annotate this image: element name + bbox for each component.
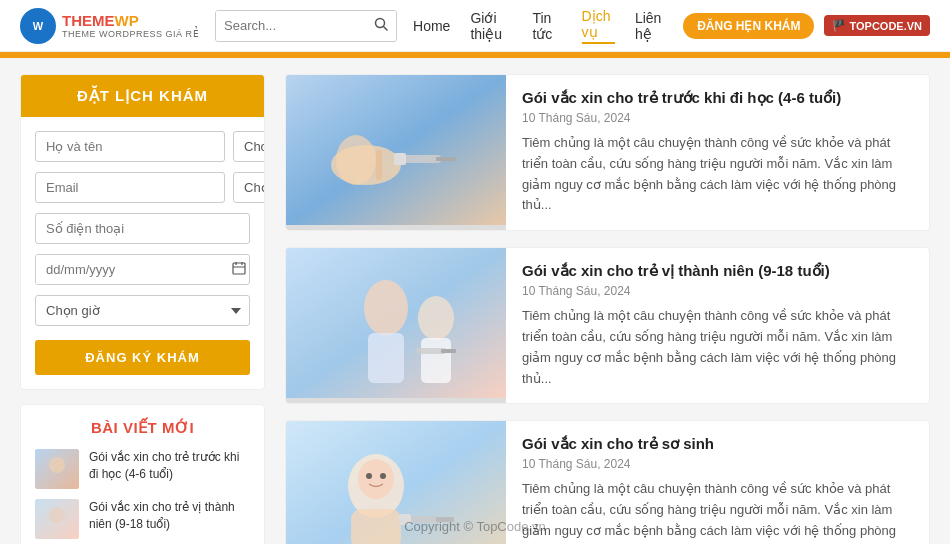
- svg-rect-33: [351, 509, 401, 544]
- recent-post-thumb-2: [35, 499, 79, 539]
- booking-form-title: ĐẶT LỊCH KHÁM: [21, 75, 264, 117]
- logo-icon: W: [20, 8, 56, 44]
- date-row: [35, 254, 250, 285]
- search-bar: [215, 10, 397, 42]
- article-body-3: Gói vắc xin cho trẻ sơ sinh 10 Tháng Sáu…: [506, 421, 929, 544]
- flag-icon: 🏴: [832, 19, 846, 32]
- content-area: Gói vắc xin cho trẻ trước khi đi học (4-…: [285, 74, 930, 544]
- nav-about[interactable]: Giới thiệu: [470, 10, 512, 42]
- svg-text:W: W: [33, 20, 44, 32]
- svg-rect-16: [376, 150, 382, 180]
- booking-form: ĐẶT LỊCH KHÁM Chon bác Chọn dịch vụ: [20, 74, 265, 390]
- logo-subtitle: THEME WORDPRESS GIÁ RẺ: [62, 29, 199, 39]
- article-title-2[interactable]: Gói vắc xin cho trẻ vị thành niên (9-18 …: [522, 262, 913, 280]
- article-title-3[interactable]: Gói vắc xin cho trẻ sơ sinh: [522, 435, 913, 453]
- svg-rect-18: [436, 157, 456, 161]
- nav-services[interactable]: Dịch vụ: [582, 8, 615, 44]
- header: W THEMEWP THEME WORDPRESS GIÁ RẺ Home Gi…: [0, 0, 950, 52]
- article-thumb-3: [286, 421, 506, 544]
- chon-dich-vu-select[interactable]: Chọn dịch vụ: [233, 172, 265, 203]
- article-card-3: Gói vắc xin cho trẻ sơ sinh 10 Tháng Sáu…: [285, 420, 930, 544]
- article-card-2: Gói vắc xin cho trẻ vị thành niên (9-18 …: [285, 247, 930, 404]
- ho-ten-input[interactable]: [35, 131, 225, 162]
- svg-point-32: [380, 473, 386, 479]
- email-input[interactable]: [35, 172, 225, 203]
- article-date-3: 10 Tháng Sáu, 2024: [522, 457, 913, 471]
- date-input[interactable]: [36, 255, 224, 284]
- article-date-1: 10 Tháng Sáu, 2024: [522, 111, 913, 125]
- recent-post-item-2: Gói vắc xin cho trẻ vị thành niên (9-18 …: [35, 499, 250, 539]
- nav-contact[interactable]: Liên hệ: [635, 10, 667, 42]
- chon-bac-si-select[interactable]: Chon bác: [233, 131, 265, 162]
- svg-rect-25: [421, 338, 451, 383]
- svg-rect-23: [368, 333, 404, 383]
- nav-home[interactable]: Home: [413, 18, 450, 34]
- svg-rect-34: [406, 516, 441, 523]
- recent-post-item: Gói vắc xin cho trẻ trước khi đi học (4-…: [35, 449, 250, 489]
- topcode-badge: 🏴 TOPCODE.VN: [824, 15, 930, 36]
- logo-brand: THEMEWP: [62, 12, 199, 29]
- chon-gio-select[interactable]: Chọn giờ: [35, 295, 250, 326]
- svg-rect-27: [441, 349, 456, 353]
- svg-point-30: [358, 459, 394, 499]
- recent-post-text-2[interactable]: Gói vắc xin cho trẻ vị thành niên (9-18 …: [89, 499, 250, 533]
- submit-button[interactable]: ĐĂNG KÝ KHÁM: [35, 340, 250, 375]
- svg-rect-17: [401, 155, 441, 163]
- svg-point-20: [336, 135, 376, 185]
- svg-point-24: [418, 296, 454, 340]
- header-right: ĐĂNG HẸN KHÁM 🏴 TOPCODE.VN: [683, 13, 930, 39]
- svg-rect-19: [394, 153, 406, 165]
- main-layout: ĐẶT LỊCH KHÁM Chon bác Chọn dịch vụ: [0, 58, 950, 544]
- svg-rect-36: [399, 514, 411, 525]
- sdt-input[interactable]: [35, 213, 250, 244]
- main-nav: Home Giới thiệu Tin tức Dịch vụ Liên hệ: [413, 8, 667, 44]
- svg-point-22: [364, 280, 408, 336]
- logo: W THEMEWP THEME WORDPRESS GIÁ RẺ: [20, 8, 199, 44]
- recent-post-text-1[interactable]: Gói vắc xin cho trẻ trước khi đi học (4-…: [89, 449, 250, 483]
- form-body: Chon bác Chọn dịch vụ: [21, 117, 264, 389]
- form-row-name-doctor: Chon bác: [35, 131, 250, 162]
- article-body-2: Gói vắc xin cho trẻ vị thành niên (9-18 …: [506, 248, 929, 403]
- recent-posts: BÀI VIẾT MỚI Gói vắc xin cho trẻ trước k…: [20, 404, 265, 544]
- svg-rect-14: [286, 75, 506, 225]
- search-button[interactable]: [366, 11, 396, 41]
- article-body-1: Gói vắc xin cho trẻ trước khi đi học (4-…: [506, 75, 929, 230]
- calendar-icon: [224, 261, 250, 278]
- nav-news[interactable]: Tin tức: [532, 10, 561, 42]
- article-thumb-2: [286, 248, 506, 403]
- svg-rect-35: [436, 517, 454, 522]
- recent-post-thumb-1: [35, 449, 79, 489]
- article-excerpt-3: Tiêm chủng là một câu chuyện thành công …: [522, 479, 913, 544]
- sidebar: ĐẶT LỊCH KHÁM Chon bác Chọn dịch vụ: [20, 74, 265, 544]
- article-card-1: Gói vắc xin cho trẻ trước khi đi học (4-…: [285, 74, 930, 231]
- logo-text: THEMEWP THEME WORDPRESS GIÁ RẺ: [62, 12, 199, 39]
- article-excerpt-1: Tiêm chủng là một câu chuyện thành công …: [522, 133, 913, 216]
- svg-point-11: [49, 507, 65, 523]
- svg-point-31: [366, 473, 372, 479]
- svg-line-3: [384, 27, 388, 31]
- svg-rect-4: [233, 263, 245, 274]
- form-row-email-service: Chọn dịch vụ: [35, 172, 250, 203]
- article-date-2: 10 Tháng Sáu, 2024: [522, 284, 913, 298]
- recent-posts-title: BÀI VIẾT MỚI: [35, 419, 250, 437]
- article-title-1[interactable]: Gói vắc xin cho trẻ trước khi đi học (4-…: [522, 89, 913, 107]
- register-button[interactable]: ĐĂNG HẸN KHÁM: [683, 13, 814, 39]
- article-excerpt-2: Tiêm chủng là một câu chuyện thành công …: [522, 306, 913, 389]
- search-input[interactable]: [216, 11, 366, 41]
- article-thumb-1: [286, 75, 506, 230]
- svg-point-9: [49, 457, 65, 473]
